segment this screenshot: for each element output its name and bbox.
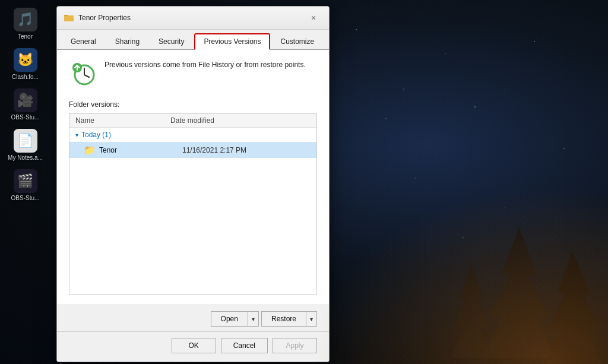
folder-icon: 📁 xyxy=(84,144,96,156)
taskbar-icon-notes[interactable]: 📄 My Notes.a... xyxy=(8,127,43,163)
tree-silhouette xyxy=(430,216,608,364)
svg-marker-0 xyxy=(483,227,555,358)
restore-button[interactable]: Restore xyxy=(261,311,306,327)
taskbar-icon-tenor[interactable]: 🎵 Tenor xyxy=(8,6,43,42)
tab-customize[interactable]: Customize xyxy=(271,34,323,50)
cancel-button[interactable]: Cancel xyxy=(221,338,268,353)
desktop: 🎵 Tenor 🐱 Clash.fo... 🎥 OBS-Stu... 📄 My … xyxy=(0,0,608,364)
clash-label: Clash.fo... xyxy=(12,74,39,80)
open-button[interactable]: Open xyxy=(211,311,248,327)
tenor-label: Tenor xyxy=(18,33,33,40)
clash-icon: 🐱 xyxy=(14,48,37,72)
group-today[interactable]: ▾ Today (1) xyxy=(69,128,316,142)
obs2-icon: 🎬 xyxy=(14,169,37,193)
col-date-header: Date modified xyxy=(170,116,311,125)
action-buttons: Open ▾ Restore ▾ xyxy=(57,304,329,331)
open-dropdown-arrow[interactable]: ▾ xyxy=(248,311,259,327)
taskbar-icon-clash[interactable]: 🐱 Clash.fo... xyxy=(8,46,43,82)
svg-marker-2 xyxy=(451,263,492,358)
notes-icon: 📄 xyxy=(14,129,37,153)
group-today-label: Today (1) xyxy=(81,131,111,139)
folder-versions-label: Folder versions: xyxy=(69,100,317,109)
restore-dropdown-arrow[interactable]: ▾ xyxy=(306,311,317,327)
dialog-main-content: Previous versions come from File History… xyxy=(57,50,329,304)
info-description: Previous versions come from File History… xyxy=(104,59,306,70)
bottom-buttons: OK Cancel Apply xyxy=(57,331,329,362)
tabs-container: General Sharing Security Previous Versio… xyxy=(57,30,329,50)
close-button[interactable]: × xyxy=(305,11,322,24)
obs-label: OBS-Stu... xyxy=(11,114,40,121)
svg-rect-5 xyxy=(64,15,68,16)
obs2-label: OBS-Stu... xyxy=(11,195,40,201)
tab-security[interactable]: Security xyxy=(150,34,193,50)
ok-button[interactable]: OK xyxy=(172,338,216,353)
title-folder-icon xyxy=(64,13,74,23)
tab-general[interactable]: General xyxy=(62,34,105,50)
table-row[interactable]: 📁 Tenor 11/16/2021 2:17 PM xyxy=(69,142,316,158)
apply-button[interactable]: Apply xyxy=(273,338,317,353)
tab-previous-versions[interactable]: Previous Versions xyxy=(194,33,270,50)
version-date: 11/16/2021 2:17 PM xyxy=(182,146,311,154)
restore-button-group: Restore ▾ xyxy=(261,311,317,327)
dialog-title: Tenor Properties xyxy=(78,14,300,22)
taskbar-icon-obs[interactable]: 🎥 OBS-Stu... xyxy=(8,87,43,122)
notes-label: My Notes.a... xyxy=(8,154,43,161)
col-name-header: Name xyxy=(75,116,170,125)
info-section: Previous versions come from File History… xyxy=(69,59,317,88)
history-icon xyxy=(69,59,96,88)
open-button-group: Open ▾ xyxy=(211,311,259,327)
tenor-icon: 🎵 xyxy=(14,8,37,31)
taskbar-left: 🎵 Tenor 🐱 Clash.fo... 🎥 OBS-Stu... 📄 My … xyxy=(0,0,50,364)
obs-icon: 🎥 xyxy=(14,88,37,112)
versions-table: Name Date modified ▾ Today (1) 📁 Tenor 1… xyxy=(69,113,317,295)
version-name: Tenor xyxy=(99,146,182,154)
chevron-down-icon: ▾ xyxy=(75,132,78,138)
tab-sharing[interactable]: Sharing xyxy=(106,34,148,50)
table-header: Name Date modified xyxy=(69,114,316,128)
svg-marker-1 xyxy=(546,251,602,364)
taskbar-icon-obs2[interactable]: 🎬 OBS-Stu... xyxy=(8,167,43,203)
title-bar: Tenor Properties × xyxy=(57,7,329,30)
properties-dialog: Tenor Properties × General Sharing Secur… xyxy=(56,6,330,362)
